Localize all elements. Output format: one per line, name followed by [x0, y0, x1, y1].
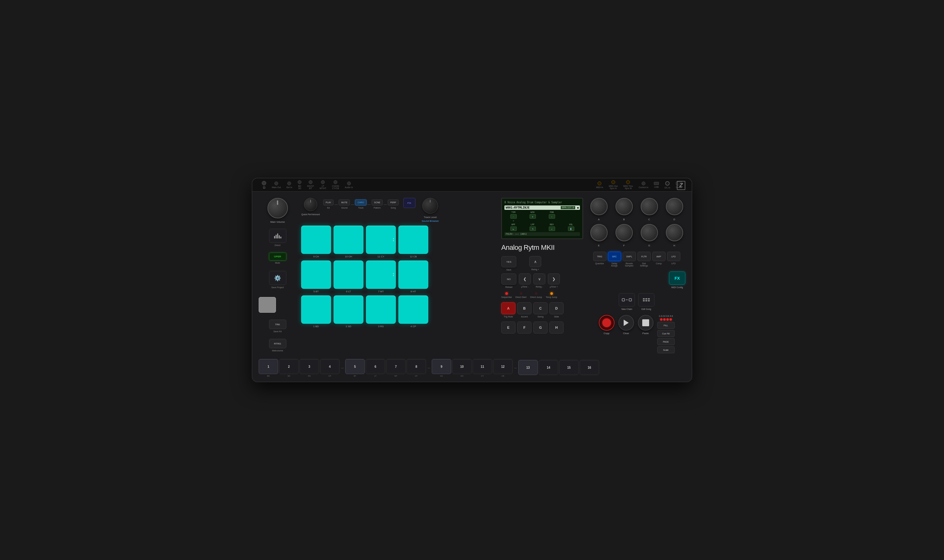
step-11[interactable]: 11 [473, 359, 492, 374]
btn-h[interactable]: H [550, 322, 564, 334]
page-leds-dots [660, 318, 672, 321]
lcd-tim-icon: ~ [510, 214, 517, 218]
knob-b[interactable] [616, 198, 633, 215]
smpl-button[interactable]: SMPL [623, 252, 636, 261]
knob-f[interactable] [616, 224, 633, 241]
step-9[interactable]: 9 [432, 359, 451, 374]
btn-f[interactable]: F [517, 322, 531, 334]
scne-button[interactable]: SCNE [372, 200, 383, 205]
step-16[interactable]: 16 [580, 360, 599, 375]
step-6[interactable]: 6 [366, 359, 385, 374]
save-project-button[interactable]: ⚙️ [269, 271, 286, 285]
tap-tempo-knob[interactable] [422, 198, 438, 214]
src-button[interactable]: SRC [608, 252, 621, 261]
fx-button[interactable]: FX [669, 271, 685, 285]
step-2[interactable]: 2 [279, 359, 299, 374]
pad-1[interactable] [301, 295, 331, 324]
btn-d-wrap: D Slide [550, 302, 564, 318]
knob-h[interactable] [666, 224, 683, 241]
nav-row: NO Reload ❮ μTime - ∨ Retrig - ❯ μTime + [501, 273, 583, 288]
retrig-minus-button[interactable]: ∨ [533, 273, 545, 285]
cue-fill-button[interactable]: Cue Fill [658, 330, 675, 337]
step-10[interactable]: 10 [452, 359, 472, 374]
utime-minus-button[interactable]: ❮ [519, 273, 531, 285]
pad-5[interactable] [301, 260, 331, 289]
chro-button[interactable]: CHRO [355, 200, 367, 205]
pad-2[interactable] [334, 295, 363, 324]
metronome-button[interactable]: RTRG [269, 339, 286, 348]
mute-button[interactable]: OPER [269, 252, 286, 260]
page-led-4 [670, 318, 672, 321]
step-11-sub: CY [481, 375, 484, 377]
utime-plus-label: μTime + [550, 286, 557, 288]
step-1[interactable]: 1 [259, 359, 278, 374]
knob-d[interactable] [666, 198, 683, 215]
new-chain-button[interactable] [619, 293, 635, 306]
pad-9[interactable] [301, 226, 331, 254]
btn-e[interactable]: E [501, 322, 516, 334]
knob-g[interactable] [641, 224, 658, 241]
step-16-wrap: 16 [580, 360, 599, 376]
edit-song-label: Edit Song [642, 308, 651, 310]
fill-button[interactable]: FILL [658, 322, 675, 329]
scale-button[interactable]: Scale [658, 346, 675, 353]
play-button[interactable]: PLAY [323, 200, 334, 205]
copy-button[interactable] [599, 315, 614, 331]
no-button[interactable]: NO [501, 273, 516, 285]
btn-c[interactable]: C [533, 302, 548, 314]
pad-8[interactable] [398, 260, 428, 289]
perf-button[interactable]: PERF [388, 200, 399, 205]
knob-c[interactable] [641, 198, 658, 215]
pad-7[interactable] [366, 260, 396, 289]
pad-6[interactable] [334, 260, 363, 289]
page-button[interactable]: PAGE [658, 338, 675, 345]
retrig-plus-button[interactable]: ∧ [529, 256, 541, 267]
step-12[interactable]: 12 [493, 359, 513, 374]
knob-e[interactable] [590, 224, 608, 241]
grey-pad[interactable] [259, 297, 276, 313]
step-4[interactable]: 4 [320, 359, 340, 374]
knob-a[interactable] [590, 198, 608, 215]
main-volume-knob[interactable] [268, 198, 288, 218]
step-3[interactable]: 3 [300, 359, 319, 374]
pad-12[interactable] [398, 226, 428, 254]
edit-song-button[interactable] [638, 293, 654, 306]
pad-11[interactable] [366, 226, 396, 254]
step-5[interactable]: 5 [345, 359, 365, 374]
pad-3[interactable] [366, 295, 396, 324]
step-sep-2 [428, 368, 430, 368]
step-14-wrap: 14 [539, 360, 558, 376]
fix-button[interactable]: FIX [403, 198, 415, 208]
clear-button[interactable] [618, 315, 634, 331]
step-10-wrap: 10 OH [452, 359, 472, 377]
btn-a[interactable]: A [501, 302, 516, 314]
paste-button[interactable] [638, 315, 654, 331]
pads-section: 9 CH 10 OH 11 CY [301, 226, 497, 328]
utime-plus-button[interactable]: ❯ [548, 273, 560, 285]
fill-section: 1:4 2:4 3:4 4:4 FILL Cue Fill PAGE Scale [658, 315, 675, 353]
mute-sound-button[interactable]: MUTE [339, 200, 350, 205]
amp-button[interactable]: AMP [652, 252, 665, 261]
direct-button[interactable] [269, 229, 286, 243]
btn-g[interactable]: G [533, 322, 548, 334]
fltr-button[interactable]: FLTR [638, 252, 651, 261]
pad-4[interactable] [398, 295, 428, 324]
lfo-button[interactable]: LFO [667, 252, 680, 261]
yes-button[interactable]: YES [501, 256, 516, 268]
save-kit-label: Save Kit [273, 330, 282, 332]
step-15[interactable]: 15 [559, 360, 579, 375]
step-14[interactable]: 14 [539, 360, 558, 375]
btn-b[interactable]: B [517, 302, 531, 314]
trig-button[interactable]: TRIG [593, 252, 606, 261]
step-3-sub: RS [308, 375, 311, 377]
quick-perf-wrap: Quick Perf Amount [301, 198, 320, 215]
btn-d[interactable]: D [550, 302, 564, 314]
step-7[interactable]: 7 [386, 359, 406, 374]
controls-top-row: Quick Perf Amount PLAY Kit — MUTE Sound … [301, 198, 497, 222]
step-13[interactable]: 13 [518, 360, 538, 375]
step-8[interactable]: 8 [407, 359, 426, 374]
save-kit-button[interactable]: TRK [269, 320, 286, 329]
quick-perf-knob[interactable] [304, 198, 317, 211]
lcd-param-tim: TIM ~ × [504, 211, 522, 222]
pad-10[interactable] [334, 226, 363, 254]
